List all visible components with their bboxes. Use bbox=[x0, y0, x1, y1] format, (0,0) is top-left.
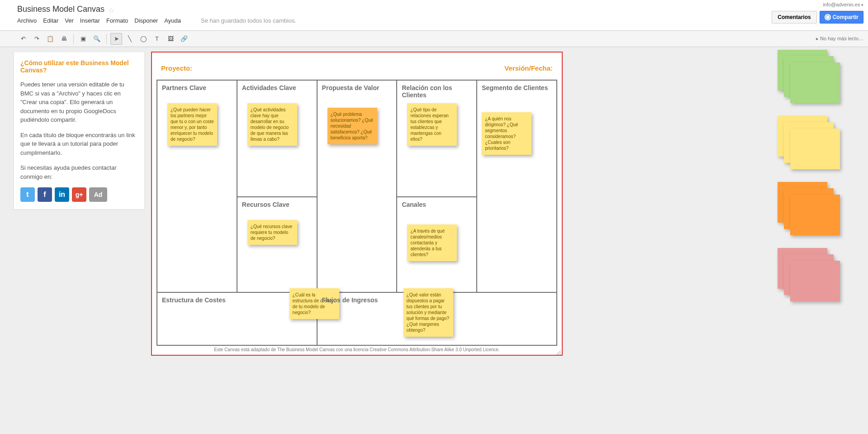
sidebar-p3: Si necesitas ayuda puedes contactar conm… bbox=[20, 163, 138, 181]
sidebar-title: ¿Cómo utilizar este Business Model Canva… bbox=[20, 59, 138, 74]
help-sidebar: ¿Cómo utilizar este Business Model Canva… bbox=[14, 52, 145, 210]
sticky-stack-green[interactable] bbox=[778, 50, 841, 100]
sticky-canales[interactable]: ¿A través de qué canales/medios contacta… bbox=[407, 224, 457, 261]
sticky-stack-yellow[interactable] bbox=[778, 116, 841, 166]
canvas-frame[interactable]: Proyecto: Versión/Fecha: Partners Clave … bbox=[151, 52, 563, 356]
sticky-segmento[interactable]: ¿A quién nos dirigimos? ¿Qué segmentos c… bbox=[482, 112, 531, 155]
cell-partners[interactable]: Partners Clave ¿Qué pueden hacer los par… bbox=[157, 80, 237, 292]
shape-tool-icon[interactable]: ◯ bbox=[138, 33, 149, 45]
linkedin-icon[interactable]: in bbox=[55, 187, 69, 202]
cell-recursos[interactable]: Recursos Clave ¿Qué recursos clave requi… bbox=[237, 197, 317, 292]
sidebar-p1: Puedes tener una versión editable de tu … bbox=[20, 80, 138, 124]
sticky-actividades[interactable]: ¿Qué actividades clave hay que desarroll… bbox=[247, 103, 297, 146]
facebook-icon[interactable]: f bbox=[38, 187, 52, 202]
comments-button[interactable]: Comentarios bbox=[772, 11, 816, 24]
canvas-footer: Este Canvas está adaptado de The Busines… bbox=[152, 347, 562, 352]
cell-costes[interactable]: Estructura de Costes ¿Cuál es la estruct… bbox=[157, 292, 317, 345]
save-status: Se han guardado todos los cambios. bbox=[201, 17, 296, 24]
readers-status[interactable]: No hay más lecto… bbox=[816, 36, 863, 42]
zoom-icon[interactable]: 🔍 bbox=[91, 33, 103, 45]
sticky-partners[interactable]: ¿Qué pueden hacer los partners mejor que… bbox=[167, 103, 217, 146]
undo-icon[interactable]: ↶ bbox=[17, 33, 29, 45]
menu-editar[interactable]: Editar bbox=[43, 17, 58, 24]
sticky-ingresos[interactable]: ¿Qué valor están dispuestos a pagar tus … bbox=[403, 288, 453, 337]
twitter-icon[interactable]: t bbox=[20, 187, 35, 202]
redo-icon[interactable]: ↷ bbox=[31, 33, 43, 45]
globe-icon bbox=[825, 14, 831, 20]
menu-ver[interactable]: Ver bbox=[65, 17, 74, 24]
canvas-version-label: Versión/Fecha: bbox=[504, 64, 553, 72]
workspace[interactable]: ¿Cómo utilizar este Business Model Canva… bbox=[0, 47, 868, 434]
cell-ingresos[interactable]: Flujos de Ingresos ¿Qué valor están disp… bbox=[317, 292, 557, 345]
clipboard-icon[interactable]: 📋 bbox=[44, 33, 56, 45]
cell-propuesta[interactable]: Propuesta de Valor ¿Qué problema solucio… bbox=[317, 80, 397, 292]
sidebar-p2: En cada título de bloque encontrarás un … bbox=[20, 131, 138, 157]
link-tool-icon[interactable]: 🔗 bbox=[178, 33, 190, 45]
user-email[interactable]: info@advenio.es bbox=[823, 2, 863, 7]
sticky-palette bbox=[778, 50, 868, 434]
share-button[interactable]: Compartir bbox=[820, 11, 863, 24]
sticky-recursos[interactable]: ¿Qué recursos clave requiere tu modelo d… bbox=[247, 220, 297, 245]
sticky-relacion[interactable]: ¿Qué tipo de relaciones esperan tus clie… bbox=[407, 103, 457, 146]
print-icon[interactable]: 🖶 bbox=[58, 33, 70, 45]
canvas-proyecto-label: Proyecto: bbox=[161, 64, 192, 72]
resize-handle-icon[interactable] bbox=[556, 349, 561, 354]
cell-canales[interactable]: Canales ¿A través de qué canales/medios … bbox=[397, 197, 477, 292]
cell-actividades[interactable]: Actividades Clave ¿Qué actividades clave… bbox=[237, 80, 317, 197]
star-icon[interactable]: ☆ bbox=[108, 6, 114, 14]
menu-archivo[interactable]: Archivo bbox=[17, 17, 37, 24]
googleplus-icon[interactable]: g+ bbox=[72, 187, 86, 202]
text-tool-icon[interactable]: T bbox=[151, 33, 163, 45]
menu-formato[interactable]: Formato bbox=[106, 17, 128, 24]
doc-title[interactable]: Business Model Canvas bbox=[17, 5, 104, 14]
image-tool-icon[interactable]: 🖼 bbox=[165, 33, 176, 45]
fit-icon[interactable]: ▣ bbox=[77, 33, 89, 45]
menu-disponer[interactable]: Disponer bbox=[134, 17, 158, 24]
line-tool-icon[interactable]: ╲ bbox=[124, 33, 136, 45]
sticky-stack-pink[interactable] bbox=[778, 248, 841, 298]
advenio-icon[interactable]: Ad bbox=[89, 187, 107, 202]
cell-segmento[interactable]: Segmento de Clientes ¿A quién nos dirigi… bbox=[477, 80, 557, 292]
sticky-stack-orange[interactable] bbox=[778, 182, 841, 232]
select-tool-icon[interactable]: ➤ bbox=[110, 33, 122, 45]
cell-relacion[interactable]: Relación con los Clientes ¿Qué tipo de r… bbox=[397, 80, 477, 197]
sticky-propuesta[interactable]: ¿Qué problema solucionamos? ¿Qué necesid… bbox=[327, 108, 377, 144]
menu-ayuda[interactable]: Ayuda bbox=[164, 17, 181, 24]
svg-line-2 bbox=[560, 354, 561, 355]
share-label: Compartir bbox=[833, 14, 859, 20]
menu-insertar[interactable]: Insertar bbox=[80, 17, 100, 24]
